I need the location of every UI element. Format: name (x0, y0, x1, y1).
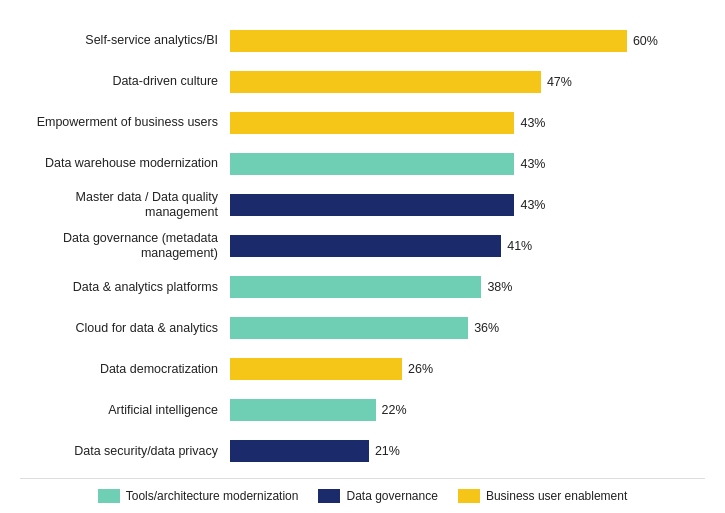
bar-label: Empowerment of business users (20, 115, 230, 130)
bar-container: 26% (230, 358, 705, 380)
bar-value-label: 43% (520, 116, 545, 130)
bar-fill (230, 153, 514, 175)
bar-fill (230, 235, 501, 257)
bar-row: Artificial intelligence22% (20, 394, 705, 426)
bar-fill (230, 30, 627, 52)
bar-label: Cloud for data & analytics (20, 321, 230, 336)
bar-fill (230, 440, 369, 462)
legend-swatch (98, 489, 120, 503)
bar-value-label: 38% (487, 280, 512, 294)
bar-row: Master data / Data quality management43% (20, 189, 705, 221)
bar-label: Data governance (metadata management) (20, 231, 230, 261)
bar-fill (230, 112, 514, 134)
bar-value-label: 36% (474, 321, 499, 335)
bar-chart: Self-service analytics/BI60%Data-driven … (20, 20, 705, 472)
legend-item: Business user enablement (458, 489, 627, 503)
legend-swatch (458, 489, 480, 503)
bar-row: Data security/data privacy21% (20, 435, 705, 467)
bar-fill (230, 358, 402, 380)
bar-container: 60% (230, 30, 705, 52)
bar-label: Master data / Data quality management (20, 190, 230, 220)
bar-row: Data governance (metadata management)41% (20, 230, 705, 262)
bar-row: Data warehouse modernization43% (20, 148, 705, 180)
legend-item: Tools/architecture modernization (98, 489, 299, 503)
bar-container: 41% (230, 235, 705, 257)
bar-value-label: 43% (520, 157, 545, 171)
bar-value-label: 47% (547, 75, 572, 89)
bar-value-label: 43% (520, 198, 545, 212)
bar-row: Empowerment of business users43% (20, 107, 705, 139)
bar-row: Cloud for data & analytics36% (20, 312, 705, 344)
bar-container: 38% (230, 276, 705, 298)
bar-label: Data & analytics platforms (20, 280, 230, 295)
bar-value-label: 21% (375, 444, 400, 458)
bar-row: Data & analytics platforms38% (20, 271, 705, 303)
legend-label: Business user enablement (486, 489, 627, 503)
bar-label: Data security/data privacy (20, 444, 230, 459)
bar-row: Data democratization26% (20, 353, 705, 385)
bar-label: Data-driven culture (20, 74, 230, 89)
bar-container: 47% (230, 71, 705, 93)
bar-fill (230, 399, 376, 421)
bar-fill (230, 317, 468, 339)
bar-container: 36% (230, 317, 705, 339)
bar-value-label: 22% (382, 403, 407, 417)
bar-fill (230, 276, 481, 298)
legend-label: Data governance (346, 489, 437, 503)
bar-container: 43% (230, 194, 705, 216)
bar-fill (230, 71, 541, 93)
bar-value-label: 60% (633, 34, 658, 48)
bar-label: Data democratization (20, 362, 230, 377)
bar-container: 21% (230, 440, 705, 462)
bar-container: 22% (230, 399, 705, 421)
bar-value-label: 41% (507, 239, 532, 253)
bar-value-label: 26% (408, 362, 433, 376)
chart-legend: Tools/architecture modernizationData gov… (20, 478, 705, 503)
bar-container: 43% (230, 112, 705, 134)
legend-swatch (318, 489, 340, 503)
legend-item: Data governance (318, 489, 437, 503)
bar-label: Self-service analytics/BI (20, 33, 230, 48)
bar-row: Self-service analytics/BI60% (20, 25, 705, 57)
bar-fill (230, 194, 514, 216)
bar-row: Data-driven culture47% (20, 66, 705, 98)
bar-container: 43% (230, 153, 705, 175)
bar-label: Data warehouse modernization (20, 156, 230, 171)
bar-label: Artificial intelligence (20, 403, 230, 418)
legend-label: Tools/architecture modernization (126, 489, 299, 503)
